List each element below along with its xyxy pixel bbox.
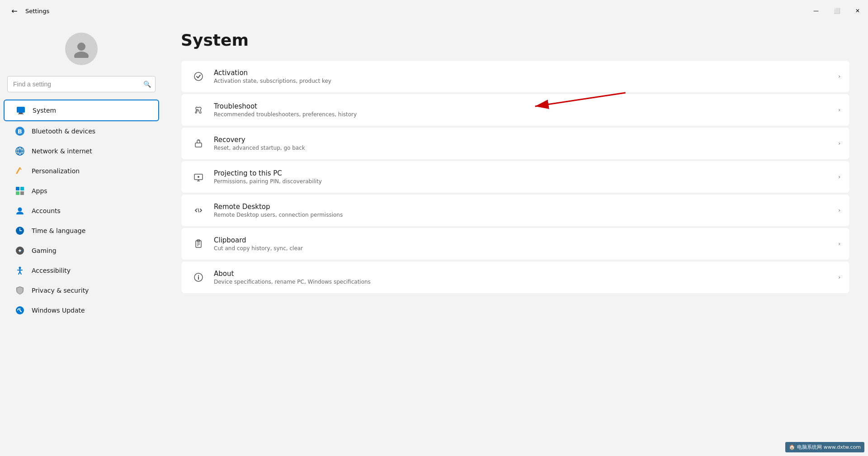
bluetooth-icon: B	[14, 126, 25, 137]
sidebar-item-time[interactable]: Time & language	[4, 221, 159, 241]
troubleshoot-title: Troubleshoot	[214, 102, 838, 110]
svg-rect-32	[195, 143, 202, 147]
svg-line-29	[20, 272, 21, 274]
activation-icon	[190, 68, 207, 85]
system-icon	[15, 105, 26, 116]
sidebar-item-windows_update[interactable]: Windows Update	[4, 300, 159, 320]
troubleshoot-icon	[190, 102, 207, 118]
windows_update-icon	[14, 305, 25, 316]
sidebar-item-gaming[interactable]: Gaming	[4, 241, 159, 261]
svg-line-10	[17, 168, 20, 173]
sidebar-item-accounts[interactable]: Accounts	[4, 201, 159, 221]
privacy-label: Privacy & security	[32, 287, 89, 294]
sidebar-item-accessibility[interactable]: Accessibility	[4, 261, 159, 280]
activation-title: Activation	[214, 69, 838, 77]
svg-rect-4	[18, 114, 24, 114]
svg-rect-22	[19, 249, 20, 252]
projecting-icon	[190, 169, 207, 185]
sidebar-item-bluetooth[interactable]: BBluetooth & devices	[4, 121, 159, 141]
back-button[interactable]: ←	[7, 4, 22, 18]
svg-text:i: i	[198, 275, 199, 281]
app-body: 🔍 SystemBBluetooth & devicesNetwork & in…	[0, 22, 868, 456]
time-label: Time & language	[32, 227, 85, 234]
accessibility-icon	[14, 265, 25, 276]
projecting-desc: Permissions, pairing PIN, discoverabilit…	[214, 178, 838, 185]
sidebar-item-system[interactable]: System	[4, 100, 159, 121]
recovery-chevron: ›	[838, 140, 840, 147]
remote_desktop-title: Remote Desktop	[214, 203, 838, 211]
close-button[interactable]: ✕	[847, 0, 868, 22]
accessibility-label: Accessibility	[32, 267, 71, 274]
search-box: 🔍	[7, 76, 156, 92]
svg-point-34	[198, 176, 199, 178]
about-icon: i	[190, 269, 207, 285]
settings-item-clipboard[interactable]: ClipboardCut and copy history, sync, cle…	[181, 228, 850, 260]
settings-list: ActivationActivation state, subscription…	[181, 60, 850, 294]
projecting-text: Projecting to this PCPermissions, pairin…	[214, 169, 838, 185]
window-controls: — ⬜ ✕	[806, 0, 868, 22]
maximize-button[interactable]: ⬜	[826, 0, 847, 22]
remote_desktop-chevron: ›	[838, 207, 840, 214]
projecting-title: Projecting to this PC	[214, 169, 838, 177]
svg-rect-14	[16, 191, 19, 195]
accounts-label: Accounts	[32, 207, 61, 214]
gaming-label: Gaming	[32, 247, 57, 254]
projecting-chevron: ›	[838, 174, 840, 180]
sidebar-item-network[interactable]: Network & internet	[4, 141, 159, 161]
sidebar-item-apps[interactable]: Apps	[4, 181, 159, 201]
clipboard-text: ClipboardCut and copy history, sync, cle…	[214, 236, 838, 252]
activation-chevron: ›	[838, 73, 840, 80]
settings-item-about[interactable]: iAboutDevice specifications, rename PC, …	[181, 261, 850, 294]
content-area: System ActivationActivation state, subsc…	[163, 22, 868, 456]
titlebar-title: Settings	[25, 8, 49, 14]
minimize-button[interactable]: —	[806, 0, 826, 22]
activation-desc: Activation state, subscriptions, product…	[214, 78, 838, 84]
recovery-desc: Reset, advanced startup, go back	[214, 145, 838, 151]
about-desc: Device specifications, rename PC, Window…	[214, 279, 838, 285]
personalization-label: Personalization	[32, 167, 80, 175]
about-title: About	[214, 270, 838, 278]
gaming-icon	[14, 245, 25, 256]
recovery-icon	[190, 135, 207, 152]
sidebar-item-personalization[interactable]: Personalization	[4, 161, 159, 181]
accounts-icon	[14, 205, 25, 216]
svg-rect-13	[20, 187, 24, 190]
settings-item-remote_desktop[interactable]: Remote DesktopRemote Desktop users, conn…	[181, 194, 850, 227]
avatar[interactable]	[65, 33, 98, 65]
activation-text: ActivationActivation state, subscription…	[214, 69, 838, 84]
recovery-title: Recovery	[214, 136, 838, 144]
nav-list: SystemBBluetooth & devicesNetwork & inte…	[0, 100, 163, 320]
clipboard-chevron: ›	[838, 241, 840, 247]
svg-rect-3	[19, 113, 23, 114]
remote_desktop-text: Remote DesktopRemote Desktop users, conn…	[214, 203, 838, 218]
windows_update-label: Windows Update	[32, 307, 85, 314]
search-icon: 🔍	[143, 81, 151, 88]
network-icon	[14, 146, 25, 157]
svg-rect-15	[20, 191, 24, 195]
about-text: AboutDevice specifications, rename PC, W…	[214, 270, 838, 285]
settings-item-troubleshoot[interactable]: TroubleshootRecommended troubleshooters,…	[181, 94, 850, 126]
settings-item-recovery[interactable]: RecoveryReset, advanced startup, go back…	[181, 127, 850, 160]
sidebar-item-privacy[interactable]: Privacy & security	[4, 280, 159, 300]
troubleshoot-text: TroubleshootRecommended troubleshooters,…	[214, 102, 838, 118]
privacy-icon	[14, 285, 25, 296]
svg-point-0	[77, 43, 85, 51]
svg-point-1	[74, 52, 89, 58]
troubleshoot-desc: Recommended troubleshooters, preferences…	[214, 111, 838, 118]
settings-list-wrapper: ActivationActivation state, subscription…	[181, 60, 850, 294]
remote_desktop-desc: Remote Desktop users, connection permiss…	[214, 212, 838, 218]
avatar-area	[0, 25, 163, 76]
watermark-text: 电脑系统网	[797, 444, 822, 451]
time-icon	[14, 225, 25, 236]
settings-item-activation[interactable]: ActivationActivation state, subscription…	[181, 60, 850, 93]
settings-item-projecting[interactable]: Projecting to this PCPermissions, pairin…	[181, 161, 850, 193]
apps-label: Apps	[32, 187, 47, 195]
system-label: System	[33, 107, 56, 114]
watermark-icon: 🏠	[789, 444, 795, 450]
sidebar: 🔍 SystemBBluetooth & devicesNetwork & in…	[0, 22, 163, 456]
network-label: Network & internet	[32, 147, 92, 155]
svg-rect-2	[17, 107, 25, 113]
search-input[interactable]	[7, 76, 156, 92]
clipboard-title: Clipboard	[214, 236, 838, 244]
svg-point-16	[18, 208, 22, 212]
